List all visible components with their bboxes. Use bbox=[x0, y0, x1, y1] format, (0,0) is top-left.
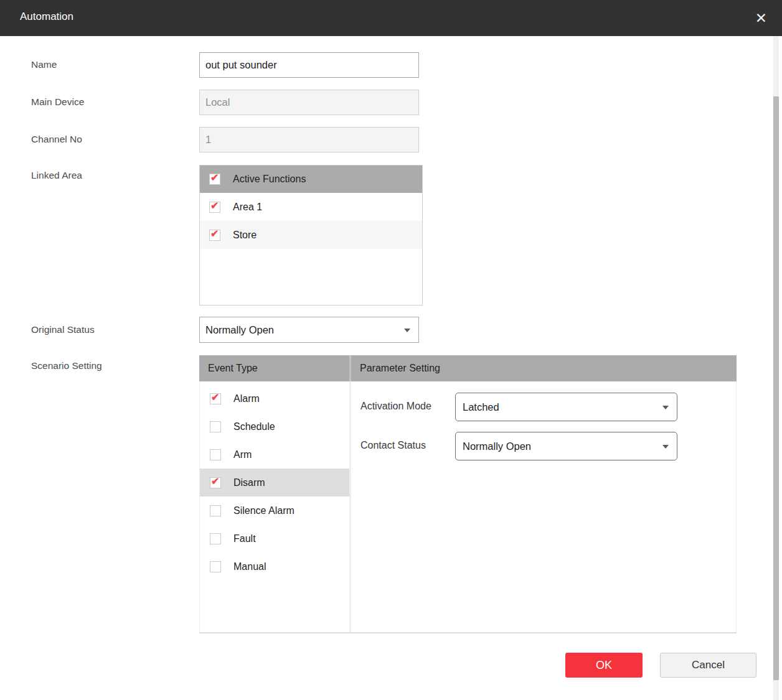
event-label: Fault bbox=[233, 533, 256, 544]
linked-area-label: Linked Area bbox=[31, 170, 82, 181]
select-all-label: Active Functions bbox=[233, 174, 306, 185]
dialog-title: Automation bbox=[20, 11, 73, 23]
linked-area-select-all-row[interactable]: Active Functions bbox=[200, 166, 422, 193]
chevron-down-icon bbox=[404, 329, 410, 332]
event-type-header: Event Type bbox=[199, 355, 349, 381]
event-checkbox[interactable] bbox=[210, 421, 221, 432]
channel-no-label: Channel No bbox=[31, 134, 82, 145]
main-device-label: Main Device bbox=[31, 96, 84, 108]
ok-button[interactable]: OK bbox=[565, 653, 643, 678]
name-input[interactable] bbox=[199, 52, 419, 78]
event-checkbox[interactable] bbox=[210, 533, 221, 544]
activation-mode-select[interactable]: Latched bbox=[455, 393, 677, 421]
scrollbar-thumb[interactable] bbox=[773, 96, 779, 680]
area-label: Store bbox=[233, 230, 257, 241]
event-row-disarm[interactable]: Disarm bbox=[200, 469, 349, 497]
event-label: Manual bbox=[233, 561, 266, 572]
event-row-silence-alarm[interactable]: Silence Alarm bbox=[200, 497, 349, 525]
event-checkbox[interactable] bbox=[210, 505, 221, 516]
chevron-down-icon bbox=[662, 445, 669, 449]
chevron-down-icon bbox=[662, 406, 669, 409]
scenario-table: Event Type Parameter Setting Alarm Sched… bbox=[199, 355, 737, 633]
event-checkbox[interactable] bbox=[210, 449, 221, 460]
event-row-arm[interactable]: Arm bbox=[200, 441, 349, 469]
original-status-value: Normally Open bbox=[205, 324, 274, 336]
area-label: Area 1 bbox=[233, 202, 262, 213]
dialog-header: Automation ✕ bbox=[0, 0, 782, 36]
event-row-alarm[interactable]: Alarm bbox=[200, 385, 349, 413]
contact-status-value: Normally Open bbox=[463, 441, 531, 452]
cancel-button[interactable]: Cancel bbox=[660, 653, 756, 678]
contact-status-label: Contact Status bbox=[360, 440, 426, 451]
scenario-setting-label: Scenario Setting bbox=[31, 360, 102, 371]
scenario-table-header: Event Type Parameter Setting bbox=[199, 355, 737, 381]
event-checkbox[interactable] bbox=[210, 561, 221, 572]
close-icon[interactable]: ✕ bbox=[755, 9, 767, 27]
linked-area-panel: Active Functions Area 1 Store bbox=[199, 165, 423, 306]
event-checkbox[interactable] bbox=[210, 477, 221, 488]
original-status-select[interactable]: Normally Open bbox=[199, 317, 419, 343]
event-row-fault[interactable]: Fault bbox=[200, 525, 349, 553]
event-row-schedule[interactable]: Schedule bbox=[200, 413, 349, 441]
event-checkbox[interactable] bbox=[210, 393, 221, 404]
event-label: Schedule bbox=[233, 421, 275, 432]
channel-no-input bbox=[199, 127, 419, 152]
parameter-setting-panel: Activation Mode Latched Contact Status N… bbox=[351, 381, 737, 632]
scrollbar-track[interactable] bbox=[773, 36, 779, 700]
contact-status-select[interactable]: Normally Open bbox=[455, 432, 677, 460]
event-label: Silence Alarm bbox=[233, 505, 294, 516]
event-row-manual[interactable]: Manual bbox=[200, 553, 349, 581]
event-label: Arm bbox=[233, 449, 252, 460]
event-label: Disarm bbox=[233, 477, 265, 488]
event-label: Alarm bbox=[233, 393, 260, 404]
event-type-list: Alarm Schedule Arm Disarm Silence Alarm bbox=[199, 381, 349, 632]
activation-mode-value: Latched bbox=[463, 401, 499, 413]
main-device-input bbox=[199, 90, 419, 115]
name-label: Name bbox=[31, 59, 57, 70]
original-status-label: Original Status bbox=[31, 324, 95, 335]
list-item[interactable]: Store bbox=[200, 221, 422, 249]
area-checkbox[interactable] bbox=[209, 230, 220, 241]
select-all-checkbox[interactable] bbox=[209, 174, 220, 185]
activation-mode-label: Activation Mode bbox=[360, 401, 431, 412]
list-item[interactable]: Area 1 bbox=[200, 193, 422, 221]
parameter-setting-header: Parameter Setting bbox=[351, 355, 737, 381]
automation-dialog: Automation ✕ Name Main Device Channel No… bbox=[0, 0, 782, 700]
area-checkbox[interactable] bbox=[209, 202, 220, 213]
